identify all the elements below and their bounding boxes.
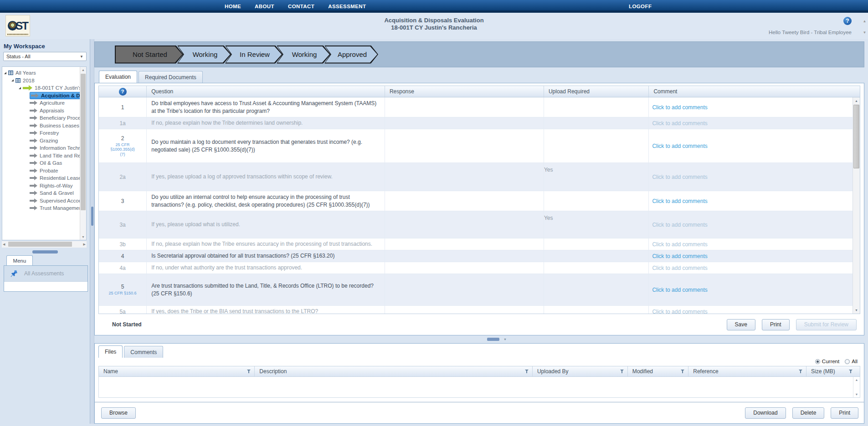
add-comment-link[interactable]: Click to add comments bbox=[652, 104, 707, 111]
add-comment-link[interactable]: Click to add comments bbox=[652, 120, 707, 127]
tree-node-program[interactable]: Supervised Accounts bbox=[3, 197, 79, 205]
tab-required-documents[interactable]: Required Documents bbox=[139, 71, 203, 83]
filter-funnel-icon[interactable] bbox=[849, 369, 853, 374]
expand-caret-icon[interactable] bbox=[19, 87, 21, 89]
cfr-citation-link[interactable]: 25 CFR §1000.355(d)(7) bbox=[108, 142, 137, 157]
add-comment-link[interactable]: Click to add comments bbox=[652, 253, 707, 259]
add-comment-link[interactable]: Click to add comments bbox=[652, 222, 707, 228]
tree-node-program[interactable]: Residential Leases bbox=[3, 174, 79, 182]
tree-node-all-years[interactable]: All Years bbox=[3, 69, 79, 77]
add-comment-link[interactable]: Click to add comments bbox=[652, 287, 707, 293]
help-icon[interactable]: ? bbox=[843, 17, 852, 25]
tree-node-program[interactable]: Agriculture bbox=[3, 99, 79, 107]
response-cell[interactable] bbox=[385, 97, 544, 117]
expand-caret-icon[interactable] bbox=[4, 72, 6, 74]
filter-funnel-icon[interactable] bbox=[681, 369, 685, 374]
response-cell[interactable] bbox=[385, 306, 544, 314]
delete-button[interactable]: Delete bbox=[792, 407, 825, 419]
tree-node-program[interactable]: Appraisals bbox=[3, 107, 79, 115]
sidebar-splitter[interactable] bbox=[0, 249, 90, 254]
expand-caret-icon[interactable] bbox=[11, 79, 14, 81]
filter-funnel-icon[interactable] bbox=[247, 369, 252, 374]
browse-button[interactable]: Browse bbox=[101, 407, 136, 419]
scrollbar-thumb[interactable] bbox=[853, 105, 859, 168]
tree-node-year[interactable]: 2018 bbox=[3, 77, 79, 85]
cfr-citation-link[interactable]: 25 CFR §150.6 bbox=[108, 291, 137, 296]
tree-node-program[interactable]: Sand & Gravel bbox=[3, 189, 79, 197]
tab-files[interactable]: Files bbox=[98, 345, 123, 358]
panel-splitter[interactable]: ▼ bbox=[94, 335, 864, 343]
nav-link-about[interactable]: ABOUT bbox=[255, 4, 274, 9]
tree-node-program[interactable]: Information Technology bbox=[3, 144, 79, 152]
filter-funnel-icon[interactable] bbox=[620, 369, 625, 374]
tree-node-program[interactable]: Trust Management bbox=[3, 204, 79, 212]
nav-link-contact[interactable]: CONTACT bbox=[288, 4, 314, 9]
print-button[interactable]: Print bbox=[762, 319, 790, 330]
table-vertical-scrollbar[interactable]: ▲ ▼ bbox=[853, 97, 860, 314]
scroll-left-icon[interactable]: ◀ bbox=[3, 243, 5, 246]
response-cell[interactable] bbox=[385, 250, 544, 262]
help-icon[interactable]: ? bbox=[119, 88, 127, 96]
response-cell[interactable] bbox=[385, 211, 544, 238]
filter-funnel-icon[interactable] bbox=[525, 369, 529, 374]
save-button[interactable]: Save bbox=[727, 319, 755, 330]
radio-option-current[interactable]: Current bbox=[815, 359, 839, 364]
splitter-handle[interactable] bbox=[32, 250, 58, 254]
add-comment-link[interactable]: Click to add comments bbox=[652, 143, 707, 149]
response-cell[interactable] bbox=[385, 163, 544, 191]
selected-tree-item[interactable]: Acquisition & Disposals bbox=[30, 92, 87, 99]
download-button[interactable]: Download bbox=[745, 407, 786, 419]
scroll-up-icon[interactable]: ▲ bbox=[855, 99, 858, 102]
scroll-down-icon[interactable]: ▼ bbox=[855, 393, 858, 396]
scroll-down-icon[interactable]: ▼ bbox=[855, 309, 858, 312]
filter-funnel-icon[interactable] bbox=[799, 369, 803, 374]
scrollbar-thumb[interactable] bbox=[81, 74, 86, 210]
response-cell[interactable] bbox=[385, 274, 544, 305]
tree-horizontal-scrollbar[interactable]: ◀ ▶ bbox=[2, 241, 87, 248]
scroll-down-icon[interactable]: ▼ bbox=[82, 235, 85, 238]
add-comment-link[interactable]: Click to add comments bbox=[652, 241, 707, 248]
add-comment-link[interactable]: Click to add comments bbox=[652, 265, 707, 271]
response-cell[interactable] bbox=[385, 238, 544, 250]
splitter-handle[interactable] bbox=[487, 338, 499, 341]
response-cell[interactable] bbox=[385, 117, 544, 129]
status-filter-dropdown[interactable]: Status - All ▼ bbox=[3, 52, 87, 61]
menu-item-all-assessments[interactable]: All Assessments bbox=[4, 266, 87, 282]
scroll-right-icon[interactable]: ▶ bbox=[83, 243, 86, 246]
tree-node-program[interactable]: Probate bbox=[3, 167, 79, 175]
tree-node-program[interactable]: Beneficiary Process Prog bbox=[3, 114, 79, 122]
radio-icon[interactable] bbox=[845, 359, 850, 364]
tab-evaluation[interactable]: Evaluation bbox=[99, 71, 137, 83]
nav-link-home[interactable]: HOME bbox=[225, 4, 241, 9]
page-scrollbar[interactable]: ▲▼ bbox=[862, 19, 867, 35]
nav-link-assessment[interactable]: ASSESSMENT bbox=[328, 4, 366, 9]
tab-menu[interactable]: Menu bbox=[6, 255, 33, 266]
tree-node-program[interactable]: Grazing bbox=[3, 137, 79, 145]
scroll-up-icon[interactable]: ▲ bbox=[855, 378, 858, 381]
divider-handle[interactable] bbox=[91, 207, 93, 226]
add-comment-link[interactable]: Click to add comments bbox=[652, 198, 707, 204]
tree-node-program[interactable]: Acquisition & Disposals bbox=[3, 92, 79, 100]
scrollbar-thumb[interactable] bbox=[8, 242, 72, 247]
tree-node-program[interactable]: Oil & Gas bbox=[3, 159, 79, 167]
radio-option-all[interactable]: All bbox=[845, 359, 858, 364]
files-scrollbar[interactable]: ▲ ▼ bbox=[853, 377, 860, 397]
response-cell[interactable] bbox=[385, 191, 544, 211]
logoff-link[interactable]: LOGOFF bbox=[629, 4, 652, 9]
collapse-icon[interactable]: ▼ bbox=[503, 338, 507, 341]
tree-node-program[interactable]: Land Title and Records O bbox=[3, 152, 79, 160]
radio-icon[interactable] bbox=[815, 359, 820, 364]
tree-vertical-scrollbar[interactable]: ▲ ▼ bbox=[80, 67, 86, 240]
scroll-up-icon[interactable]: ▲ bbox=[82, 68, 85, 71]
tree-node-program[interactable]: Business Leases bbox=[3, 122, 79, 130]
tree-node-program[interactable]: Rights-of-Way bbox=[3, 182, 79, 190]
print-files-button[interactable]: Print bbox=[831, 407, 858, 419]
tree-node-assessment[interactable]: 18-001T CY Justin's Ranch bbox=[3, 84, 79, 92]
sidebar-main-divider[interactable] bbox=[90, 39, 94, 424]
add-comment-link[interactable]: Click to add comments bbox=[652, 309, 707, 314]
question-row-5a: 5aIf yes, does the Tribe or the BIA send… bbox=[99, 306, 860, 314]
add-comment-link[interactable]: Click to add comments bbox=[652, 174, 707, 180]
response-cell[interactable] bbox=[385, 262, 544, 274]
response-cell[interactable] bbox=[385, 129, 544, 162]
tree-node-program[interactable]: Forestry bbox=[3, 129, 79, 137]
